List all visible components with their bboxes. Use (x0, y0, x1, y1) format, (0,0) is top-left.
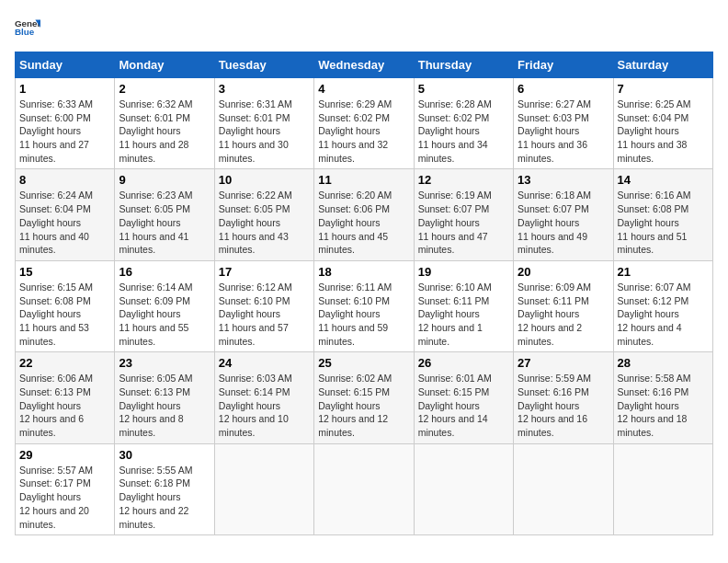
day-number: 24 (219, 356, 310, 370)
day-detail: Sunrise: 6:18 AM Sunset: 6:07 PM Dayligh… (518, 189, 609, 256)
calendar-cell: 19 Sunrise: 6:10 AM Sunset: 6:11 PM Dayl… (414, 260, 513, 351)
day-detail: Sunrise: 6:25 AM Sunset: 6:04 PM Dayligh… (618, 98, 709, 165)
day-number: 26 (418, 356, 509, 370)
calendar-cell: 20 Sunrise: 6:09 AM Sunset: 6:11 PM Dayl… (514, 260, 613, 351)
weekday-header-saturday: Saturday (613, 52, 712, 78)
day-detail: Sunrise: 6:28 AM Sunset: 6:02 PM Dayligh… (418, 98, 509, 165)
calendar-cell: 16 Sunrise: 6:14 AM Sunset: 6:09 PM Dayl… (115, 260, 214, 351)
day-number: 8 (19, 173, 110, 187)
day-number: 20 (518, 265, 609, 279)
day-detail: Sunrise: 5:58 AM Sunset: 6:16 PM Dayligh… (618, 372, 709, 439)
day-detail: Sunrise: 5:59 AM Sunset: 6:16 PM Dayligh… (518, 372, 609, 439)
day-number: 29 (19, 448, 110, 462)
day-detail: Sunrise: 6:33 AM Sunset: 6:00 PM Dayligh… (19, 98, 110, 165)
calendar-cell: 13 Sunrise: 6:18 AM Sunset: 6:07 PM Dayl… (514, 169, 613, 260)
day-detail: Sunrise: 6:19 AM Sunset: 6:07 PM Dayligh… (418, 189, 509, 256)
day-detail: Sunrise: 6:02 AM Sunset: 6:15 PM Dayligh… (318, 372, 409, 439)
day-detail: Sunrise: 6:12 AM Sunset: 6:10 PM Dayligh… (219, 281, 310, 348)
day-number: 16 (119, 265, 210, 279)
day-number: 11 (318, 173, 409, 187)
day-number: 22 (19, 356, 110, 370)
logo: General Blue (15, 15, 44, 40)
day-detail: Sunrise: 6:09 AM Sunset: 6:11 PM Dayligh… (518, 281, 609, 348)
calendar-cell (214, 443, 313, 534)
day-number: 14 (618, 173, 709, 187)
calendar-week-1: 1 Sunrise: 6:33 AM Sunset: 6:00 PM Dayli… (16, 78, 713, 169)
day-detail: Sunrise: 6:10 AM Sunset: 6:11 PM Dayligh… (418, 281, 509, 348)
day-number: 4 (318, 82, 409, 96)
header: General Blue (15, 15, 713, 40)
day-detail: Sunrise: 6:14 AM Sunset: 6:09 PM Dayligh… (119, 281, 210, 348)
calendar-week-5: 29 Sunrise: 5:57 AM Sunset: 6:17 PM Dayl… (16, 443, 713, 534)
day-detail: Sunrise: 6:05 AM Sunset: 6:13 PM Dayligh… (119, 372, 210, 439)
day-detail: Sunrise: 6:23 AM Sunset: 6:05 PM Dayligh… (119, 189, 210, 256)
calendar-cell (314, 443, 414, 534)
calendar-cell: 3 Sunrise: 6:31 AM Sunset: 6:01 PM Dayli… (214, 78, 313, 169)
calendar-cell: 27 Sunrise: 5:59 AM Sunset: 6:16 PM Dayl… (514, 352, 613, 443)
day-detail: Sunrise: 6:22 AM Sunset: 6:05 PM Dayligh… (219, 189, 310, 256)
calendar-cell: 6 Sunrise: 6:27 AM Sunset: 6:03 PM Dayli… (514, 78, 613, 169)
calendar-table: SundayMondayTuesdayWednesdayThursdayFrid… (15, 52, 713, 535)
calendar-cell: 7 Sunrise: 6:25 AM Sunset: 6:04 PM Dayli… (613, 78, 712, 169)
day-number: 5 (418, 82, 509, 96)
day-detail: Sunrise: 5:55 AM Sunset: 6:18 PM Dayligh… (119, 464, 210, 531)
day-detail: Sunrise: 6:01 AM Sunset: 6:15 PM Dayligh… (418, 372, 509, 439)
calendar-cell: 8 Sunrise: 6:24 AM Sunset: 6:04 PM Dayli… (16, 169, 115, 260)
calendar-cell: 4 Sunrise: 6:29 AM Sunset: 6:02 PM Dayli… (314, 78, 414, 169)
calendar-week-2: 8 Sunrise: 6:24 AM Sunset: 6:04 PM Dayli… (16, 169, 713, 260)
day-number: 18 (318, 265, 409, 279)
day-detail: Sunrise: 6:11 AM Sunset: 6:10 PM Dayligh… (318, 281, 409, 348)
calendar-cell: 2 Sunrise: 6:32 AM Sunset: 6:01 PM Dayli… (115, 78, 214, 169)
calendar-cell: 1 Sunrise: 6:33 AM Sunset: 6:00 PM Dayli… (16, 78, 115, 169)
calendar-cell (514, 443, 613, 534)
calendar-cell: 9 Sunrise: 6:23 AM Sunset: 6:05 PM Dayli… (115, 169, 214, 260)
svg-text:Blue: Blue (15, 27, 35, 37)
day-number: 9 (119, 173, 210, 187)
day-number: 30 (119, 448, 210, 462)
day-detail: Sunrise: 6:29 AM Sunset: 6:02 PM Dayligh… (318, 98, 409, 165)
day-number: 6 (518, 82, 609, 96)
day-number: 15 (19, 265, 110, 279)
day-detail: Sunrise: 6:24 AM Sunset: 6:04 PM Dayligh… (19, 189, 110, 256)
day-detail: Sunrise: 6:32 AM Sunset: 6:01 PM Dayligh… (119, 98, 210, 165)
day-number: 3 (219, 82, 310, 96)
day-detail: Sunrise: 5:57 AM Sunset: 6:17 PM Dayligh… (19, 464, 110, 531)
calendar-cell: 15 Sunrise: 6:15 AM Sunset: 6:08 PM Dayl… (16, 260, 115, 351)
day-number: 2 (119, 82, 210, 96)
calendar-cell: 12 Sunrise: 6:19 AM Sunset: 6:07 PM Dayl… (414, 169, 513, 260)
day-detail: Sunrise: 6:20 AM Sunset: 6:06 PM Dayligh… (318, 189, 409, 256)
calendar-cell: 22 Sunrise: 6:06 AM Sunset: 6:13 PM Dayl… (16, 352, 115, 443)
calendar-cell: 23 Sunrise: 6:05 AM Sunset: 6:13 PM Dayl… (115, 352, 214, 443)
logo-icon: General Blue (15, 15, 40, 40)
day-number: 19 (418, 265, 509, 279)
calendar-cell: 28 Sunrise: 5:58 AM Sunset: 6:16 PM Dayl… (613, 352, 712, 443)
calendar-cell: 11 Sunrise: 6:20 AM Sunset: 6:06 PM Dayl… (314, 169, 414, 260)
day-detail: Sunrise: 6:16 AM Sunset: 6:08 PM Dayligh… (618, 189, 709, 256)
weekday-header-thursday: Thursday (414, 52, 513, 78)
day-number: 7 (618, 82, 709, 96)
day-number: 28 (618, 356, 709, 370)
day-number: 25 (318, 356, 409, 370)
day-detail: Sunrise: 6:07 AM Sunset: 6:12 PM Dayligh… (618, 281, 709, 348)
day-number: 1 (19, 82, 110, 96)
day-number: 23 (119, 356, 210, 370)
day-number: 13 (518, 173, 609, 187)
day-number: 27 (518, 356, 609, 370)
day-number: 10 (219, 173, 310, 187)
calendar-cell: 17 Sunrise: 6:12 AM Sunset: 6:10 PM Dayl… (214, 260, 313, 351)
calendar-cell: 26 Sunrise: 6:01 AM Sunset: 6:15 PM Dayl… (414, 352, 513, 443)
calendar-cell: 18 Sunrise: 6:11 AM Sunset: 6:10 PM Dayl… (314, 260, 414, 351)
calendar-cell: 24 Sunrise: 6:03 AM Sunset: 6:14 PM Dayl… (214, 352, 313, 443)
day-number: 12 (418, 173, 509, 187)
weekday-header-wednesday: Wednesday (314, 52, 414, 78)
calendar-cell (414, 443, 513, 534)
calendar-cell: 5 Sunrise: 6:28 AM Sunset: 6:02 PM Dayli… (414, 78, 513, 169)
calendar-cell: 25 Sunrise: 6:02 AM Sunset: 6:15 PM Dayl… (314, 352, 414, 443)
calendar-header: SundayMondayTuesdayWednesdayThursdayFrid… (16, 52, 713, 78)
weekday-header-friday: Friday (514, 52, 613, 78)
calendar-week-3: 15 Sunrise: 6:15 AM Sunset: 6:08 PM Dayl… (16, 260, 713, 351)
weekday-header-sunday: Sunday (16, 52, 115, 78)
calendar-cell (613, 443, 712, 534)
day-number: 21 (618, 265, 709, 279)
calendar-week-4: 22 Sunrise: 6:06 AM Sunset: 6:13 PM Dayl… (16, 352, 713, 443)
